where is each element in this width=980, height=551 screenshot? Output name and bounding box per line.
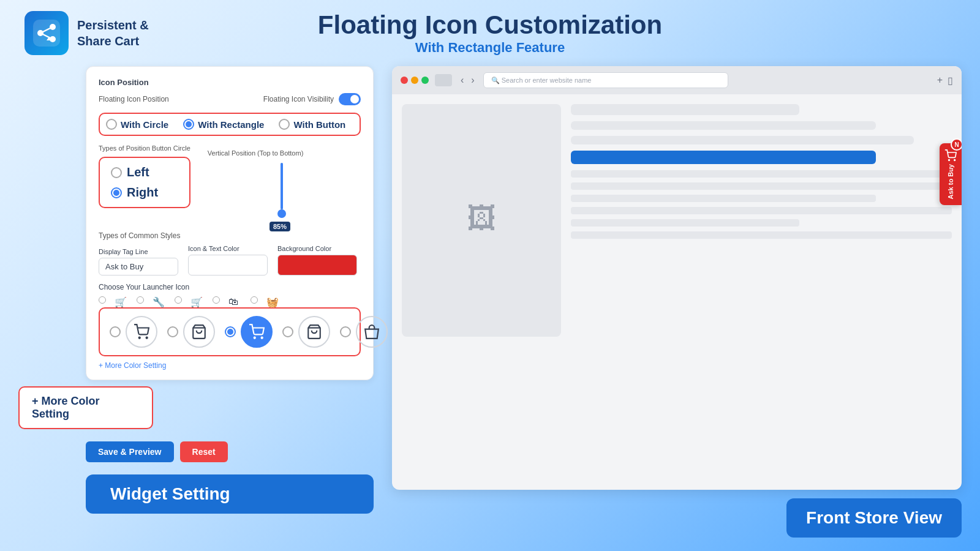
launcher-opt-3[interactable]: [225, 316, 273, 348]
line-2: [571, 182, 952, 190]
launcher-icon-3: [241, 316, 273, 348]
floating-badge: N: [951, 138, 962, 151]
launcher-opt-2[interactable]: [167, 316, 215, 348]
launcher-radios-small: 🛒 🔧 🛒 🛍 🧺: [99, 296, 361, 305]
launcher-label: Choose Your Launcher Icon: [99, 283, 361, 291]
launcher-opt-1[interactable]: [110, 316, 157, 348]
bg-color-swatch[interactable]: [277, 255, 357, 276]
radio-left[interactable]: [111, 167, 122, 178]
svg-point-2: [50, 24, 56, 30]
svg-point-7: [146, 337, 148, 339]
right-label: Right: [127, 186, 158, 200]
browser-dots: [401, 77, 429, 84]
tag-line-input[interactable]: [99, 258, 178, 276]
small-icon-2: 🔧: [153, 296, 166, 305]
icon-color-group: Icon & Text Color: [188, 245, 268, 276]
front-store-badge: Front Store View: [786, 498, 962, 538]
launcher-radio-2[interactable]: [167, 326, 178, 337]
cart-icon: [944, 149, 957, 162]
slider-track[interactable]: 85%: [281, 163, 283, 218]
new-tab-button[interactable]: +: [937, 75, 943, 86]
visibility-toggle[interactable]: [339, 93, 361, 105]
radio-rectangle[interactable]: [183, 119, 194, 130]
copy-button[interactable]: ▯: [948, 75, 953, 86]
browser-window: ‹ › 🔍 Search or enter website name + ▯ 🖼: [392, 66, 962, 490]
action-buttons: Save & Preview Reset: [18, 441, 374, 462]
radio-button[interactable]: [279, 119, 290, 130]
right-panel: ‹ › 🔍 Search or enter website name + ▯ 🖼: [392, 66, 962, 538]
style-fields: Display Tag Line Icon & Text Color Backg…: [99, 245, 361, 276]
browser-bar: ‹ › 🔍 Search or enter website name + ▯: [392, 66, 962, 94]
launcher-radio-3[interactable]: [225, 326, 236, 337]
small-radio-5[interactable]: [251, 296, 258, 304]
forward-button[interactable]: ›: [469, 73, 477, 87]
browser-tabs-icon: [435, 74, 452, 86]
browser-nav: ‹ ›: [458, 73, 477, 87]
left-label: Left: [127, 165, 149, 179]
common-styles-label: Types of Common Styles: [99, 231, 361, 240]
shape-circle-label: With Circle: [121, 119, 168, 130]
small-radio-1[interactable]: [99, 296, 106, 304]
icon-color-swatch[interactable]: [188, 255, 268, 276]
browser-content: 🖼: [392, 94, 962, 490]
sub-title: With Rectangle Feature: [318, 40, 662, 56]
reset-button[interactable]: Reset: [180, 441, 228, 462]
visibility-toggle-label: Floating Icon Visibility: [263, 93, 361, 105]
content-area: Icon Position Floating Icon Position Flo…: [0, 66, 980, 538]
line-6: [571, 231, 952, 239]
widget-setting-badge[interactable]: Widget Setting: [86, 474, 374, 514]
small-icon-3: 🛒: [190, 296, 204, 305]
shape-button[interactable]: With Button: [279, 119, 345, 130]
line-4: [571, 207, 952, 214]
right-option[interactable]: Right: [111, 186, 178, 200]
launcher-section: Choose Your Launcher Icon 🛒 🔧 🛒 🛍 🧺: [99, 283, 361, 370]
position-row: Floating Icon Position Floating Icon Vis…: [99, 93, 361, 105]
shape-circle[interactable]: With Circle: [106, 119, 168, 130]
floating-cart-button[interactable]: N Ask to Buy: [940, 143, 962, 205]
launcher-radio-1[interactable]: [110, 326, 121, 337]
launcher-opt-4[interactable]: [282, 316, 330, 348]
more-color-small[interactable]: + More Color Setting: [99, 361, 361, 370]
small-icon-4: 🛍: [228, 296, 242, 305]
dot-yellow: [411, 77, 418, 84]
floating-text: Ask to Buy: [947, 164, 954, 199]
bg-color-label: Background Color: [277, 245, 357, 252]
more-color-big-button[interactable]: + More Color Setting: [18, 386, 153, 429]
main-title: Floating Icon Customization: [318, 10, 662, 40]
svg-point-6: [139, 337, 140, 339]
radio-circle[interactable]: [106, 119, 117, 130]
position-controls: Types of Position Button Circle Left Rig…: [99, 144, 361, 223]
launcher-icon-1: [126, 316, 157, 348]
position-type-label: Types of Position Button Circle: [99, 144, 190, 152]
tag-line-label: Display Tag Line: [99, 248, 178, 255]
radio-right[interactable]: [111, 187, 122, 198]
launcher-radio-4[interactable]: [282, 326, 293, 337]
save-preview-button[interactable]: Save & Preview: [86, 441, 174, 462]
highlight-bar: [571, 151, 876, 164]
more-color-big-container: + More Color Setting: [18, 386, 374, 429]
browser-url-bar[interactable]: 🔍 Search or enter website name: [483, 72, 728, 88]
small-icon-5: 🧺: [266, 296, 280, 305]
svg-rect-0: [33, 20, 60, 47]
content-lines: [571, 170, 952, 239]
launcher-icon-4: [298, 316, 330, 348]
header-center: Floating Icon Customization With Rectang…: [318, 10, 662, 56]
launcher-radio-5[interactable]: [340, 326, 351, 337]
back-button[interactable]: ‹: [458, 73, 466, 87]
bg-color-group: Background Color: [277, 245, 357, 276]
left-option[interactable]: Left: [111, 165, 178, 179]
small-radio-3[interactable]: [175, 296, 182, 304]
svg-point-1: [37, 30, 43, 36]
vertical-slider-box: Vertical Position (Top to Bottom) 85%: [203, 144, 361, 223]
small-radio-2[interactable]: [137, 296, 144, 304]
svg-point-13: [954, 160, 956, 161]
detail-line-2: [571, 121, 876, 130]
shape-rectangle[interactable]: With Rectangle: [183, 119, 264, 130]
shape-selector: With Circle With Rectangle With Button: [99, 113, 361, 136]
launcher-opt-5[interactable]: [340, 316, 388, 348]
tag-line-group: Display Tag Line: [99, 248, 178, 276]
dot-green: [421, 77, 429, 84]
logo-text: Persistent & Share Cart: [77, 17, 149, 49]
shape-button-label: With Button: [293, 119, 345, 130]
small-radio-4[interactable]: [213, 296, 220, 304]
